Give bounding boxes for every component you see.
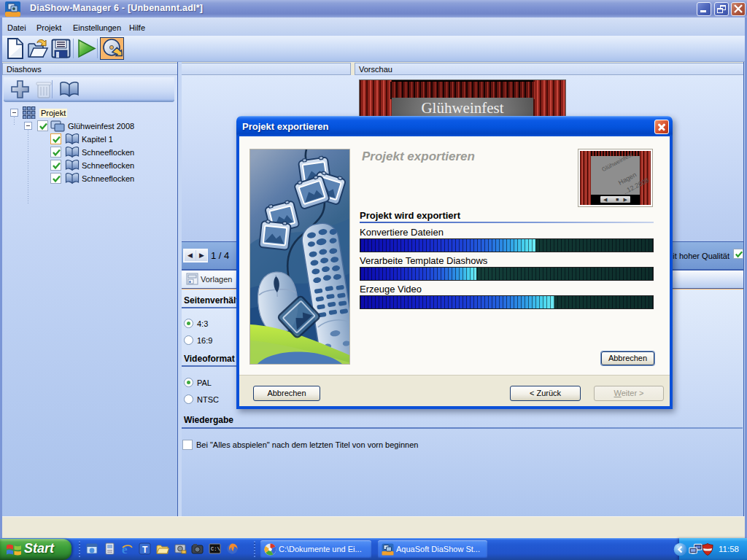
svg-text:C:\: C:\ bbox=[211, 546, 220, 552]
svg-text:T: T bbox=[142, 545, 148, 555]
svg-text:e: e bbox=[122, 542, 128, 556]
